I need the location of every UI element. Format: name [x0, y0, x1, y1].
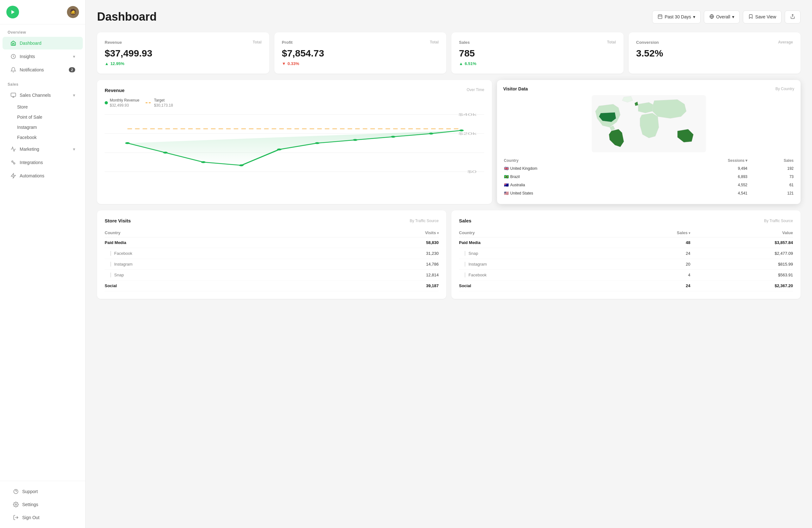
- profit-change: ▼ 0.33%: [282, 61, 439, 66]
- sidebar-bottom: Support Settings Sign Out: [0, 481, 85, 528]
- automations-label: Automations: [20, 173, 75, 178]
- share-button[interactable]: [785, 11, 801, 24]
- table-row: Facebook 31,230: [105, 248, 439, 259]
- uk-flag: 🇬🇧: [504, 166, 509, 171]
- user-avatar[interactable]: 🧔: [67, 6, 79, 18]
- revenue-value: $37,499.93: [105, 48, 262, 59]
- main-content: Dashboard Past 30 Days ▾ Overall ▾: [86, 0, 812, 528]
- sidebar-item-sign-out[interactable]: Sign Out: [5, 511, 80, 524]
- svg-marker-24: [128, 130, 462, 165]
- chart-legend: Monthly Revenue $32,499.93 Target $30,17…: [105, 98, 484, 108]
- chart-visitor-row: Revenue Over Time Monthly Revenue $32,49…: [97, 80, 801, 204]
- st-value-col: Value: [690, 228, 793, 237]
- store-visits-card: Store Visits By Traffic Source Country V…: [97, 210, 446, 299]
- insights-icon: [10, 53, 16, 60]
- svg-text:$40k: $40k: [459, 113, 477, 116]
- automations-icon: [10, 173, 16, 179]
- st-country-col: Country: [459, 228, 615, 237]
- stat-card-profit: Profit Total $7,854.73 ▼ 0.33%: [274, 32, 447, 74]
- sales-label: Sales: [459, 40, 470, 45]
- st-sales-col: Sales ▾: [615, 228, 690, 237]
- us-flag: 🇺🇸: [504, 191, 509, 196]
- svg-rect-2: [11, 93, 16, 97]
- sidebar-item-marketing[interactable]: Marketing ▾: [2, 143, 83, 156]
- svg-point-30: [315, 142, 319, 144]
- svg-point-32: [391, 136, 395, 138]
- integrations-icon: [10, 159, 16, 166]
- profit-sublabel: Total: [430, 40, 439, 45]
- view-chevron: ▾: [732, 14, 734, 19]
- table-row: Social 39,187: [105, 281, 439, 291]
- sales-value: 785: [459, 48, 616, 59]
- sidebar-item-integrations[interactable]: Integrations: [2, 156, 83, 169]
- integrations-label: Integrations: [20, 160, 75, 165]
- sales-change: ▲ 6.51%: [459, 61, 616, 66]
- table-row: 🇧🇷 Brazil 6,893 73: [504, 173, 794, 181]
- sidebar-item-dashboard[interactable]: Dashboard: [2, 37, 83, 49]
- page-header: Dashboard Past 30 Days ▾ Overall ▾: [97, 10, 801, 24]
- revenue-label: Revenue: [105, 40, 122, 45]
- sidebar-item-notifications[interactable]: Notifications 2: [2, 63, 83, 76]
- sv-visits-col: Visits ▾: [329, 228, 439, 237]
- table-row: Facebook 4 $563.91: [459, 270, 793, 281]
- target-line-icon: [146, 102, 151, 103]
- share-icon: [790, 14, 795, 20]
- insights-chevron: ▾: [73, 54, 75, 59]
- sv-country-col: Country: [105, 228, 329, 237]
- conversion-label: Conversion: [636, 40, 659, 45]
- sidebar-item-settings[interactable]: Settings: [5, 498, 80, 511]
- svg-point-26: [163, 152, 168, 154]
- marketing-chevron: ▾: [73, 147, 75, 152]
- revenue-change-value: 12.95%: [111, 61, 124, 66]
- calendar-icon: [657, 14, 663, 20]
- stat-card-conversion: Conversion Average 3.52%: [629, 32, 801, 74]
- svg-point-33: [429, 133, 433, 134]
- view-selector-label: Overall: [716, 14, 730, 19]
- revenue-chart-subtitle: Over Time: [467, 88, 484, 92]
- conversion-sublabel: Average: [778, 40, 793, 45]
- revenue-chart-svg: $40k $20k $0: [105, 111, 484, 175]
- sidebar-item-automations[interactable]: Automations: [2, 169, 83, 182]
- store-visits-title: Store Visits: [105, 218, 131, 223]
- sidebar-sub-point-of-sale[interactable]: Point of Sale: [17, 112, 85, 122]
- table-row: 🇬🇧 United Kingdom 9,494 192: [504, 165, 794, 172]
- svg-marker-0: [11, 10, 15, 14]
- sidebar-sub-store[interactable]: Store: [17, 102, 85, 112]
- br-flag: 🇧🇷: [504, 174, 509, 179]
- visitor-title: Visitor Data: [503, 86, 528, 91]
- page-title: Dashboard: [97, 10, 157, 24]
- sales-sort-icon: ▾: [688, 231, 690, 235]
- table-row: Snap 24 $2,477.09: [459, 248, 793, 259]
- sales-table-title: Sales: [459, 218, 472, 223]
- sidebar-item-sales-channels[interactable]: Sales Channels ▾: [2, 89, 83, 102]
- save-view-button[interactable]: Save View: [743, 11, 782, 24]
- sidebar-item-support[interactable]: Support: [5, 485, 80, 498]
- svg-point-31: [353, 139, 358, 141]
- visitor-subtitle: By Country: [775, 87, 794, 91]
- revenue-chart-card: Revenue Over Time Monthly Revenue $32,49…: [97, 80, 492, 204]
- sales-channels-label: Sales Channels: [20, 92, 70, 98]
- bookmark-icon: [748, 14, 753, 20]
- date-range-chevron: ▾: [693, 14, 695, 19]
- svg-point-4: [14, 163, 15, 165]
- svg-text:$0: $0: [467, 170, 476, 174]
- sort-icon: ▾: [437, 231, 439, 235]
- sales-sublabel: Total: [607, 40, 616, 45]
- visitor-sessions-col: Sessions ▾: [658, 157, 748, 164]
- home-icon: [10, 40, 16, 46]
- sidebar-sub-facebook[interactable]: Facebook: [17, 132, 85, 142]
- globe-icon: [709, 14, 714, 20]
- table-row: 🇦🇺 Australia 4,552 61: [504, 181, 794, 189]
- view-selector-button[interactable]: Overall ▾: [704, 11, 740, 24]
- legend-monthly: Monthly Revenue $32,499.93: [105, 98, 139, 108]
- table-row: Instagram 14,786: [105, 259, 439, 270]
- sidebar-item-insights[interactable]: Insights ▾: [2, 50, 83, 63]
- revenue-chart-title: Revenue: [105, 88, 125, 93]
- sidebar-sub-instagram[interactable]: Instagram: [17, 122, 85, 132]
- sidebar-header: 🧔: [0, 0, 85, 25]
- support-icon: [13, 488, 19, 495]
- app-logo[interactable]: [6, 6, 19, 18]
- visitor-data-card: Visitor Data By Country: [497, 80, 801, 204]
- date-range-button[interactable]: Past 30 Days ▾: [652, 11, 700, 24]
- svg-point-34: [459, 129, 464, 131]
